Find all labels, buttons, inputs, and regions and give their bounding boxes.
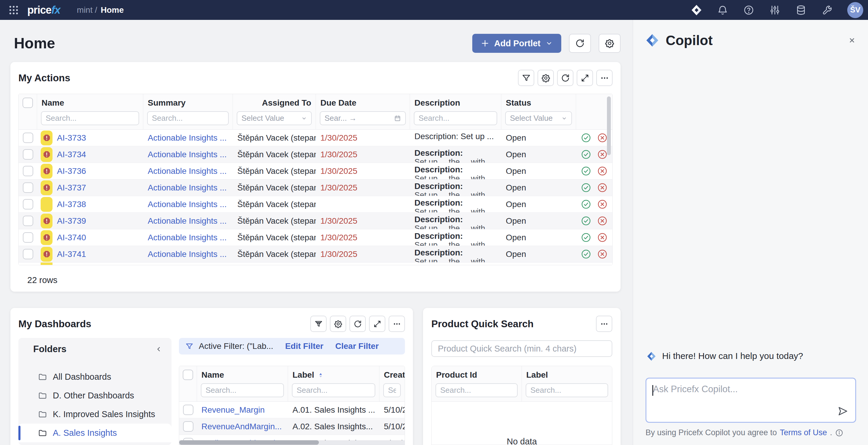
more-button[interactable] bbox=[389, 316, 405, 332]
label-filter-input[interactable] bbox=[292, 383, 375, 397]
apps-grid-icon[interactable] bbox=[8, 4, 20, 16]
table-row[interactable]: AI-3733 Actionable Insights ... Štěpán V… bbox=[19, 130, 612, 146]
action-summary-link[interactable]: Actionable Insights ... bbox=[148, 150, 227, 159]
horizontal-scrollbar[interactable] bbox=[179, 440, 405, 445]
action-summary-link[interactable]: Actionable Insights ... bbox=[148, 166, 227, 176]
reject-button[interactable] bbox=[597, 166, 608, 176]
refresh-dashboard-button[interactable] bbox=[569, 34, 591, 53]
reject-button[interactable] bbox=[597, 199, 608, 210]
row-checkbox[interactable] bbox=[23, 232, 33, 243]
breadcrumb-prefix[interactable]: mint / bbox=[77, 5, 97, 15]
settings-button[interactable] bbox=[330, 316, 346, 332]
refresh-button[interactable] bbox=[557, 70, 574, 86]
row-checkbox[interactable] bbox=[23, 166, 33, 176]
created-filter-input[interactable] bbox=[383, 383, 401, 397]
edit-filter-link[interactable]: Edit Filter bbox=[285, 342, 323, 351]
row-checkbox[interactable] bbox=[23, 216, 33, 226]
terms-of-use-link[interactable]: Terms of Use bbox=[780, 428, 827, 437]
close-icon[interactable] bbox=[848, 36, 856, 44]
help-icon[interactable] bbox=[743, 4, 755, 16]
status-filter-select[interactable]: Select Value bbox=[505, 111, 572, 125]
row-checkbox[interactable] bbox=[183, 421, 193, 432]
reject-button[interactable] bbox=[597, 149, 608, 160]
column-header-status[interactable]: Status bbox=[501, 97, 576, 111]
filter-button[interactable] bbox=[310, 316, 327, 332]
approve-button[interactable] bbox=[581, 149, 591, 160]
tools-icon[interactable] bbox=[821, 4, 833, 16]
table-row[interactable]: AI-3738 Actionable Insights ... Štěpán V… bbox=[19, 196, 612, 213]
reject-button[interactable] bbox=[597, 216, 608, 226]
column-header-label[interactable]: Label bbox=[288, 369, 379, 383]
row-checkbox[interactable] bbox=[23, 199, 33, 210]
approve-button[interactable] bbox=[581, 133, 591, 143]
data-manager-icon[interactable] bbox=[795, 4, 807, 16]
dashboard-name-link[interactable]: RevenueAndMargin... bbox=[202, 422, 282, 431]
select-all-checkbox[interactable] bbox=[23, 98, 33, 108]
folder-item[interactable]: K. Improved Sales Insights bbox=[19, 405, 172, 424]
refresh-button[interactable] bbox=[349, 316, 366, 332]
action-summary-link[interactable]: Actionable Insights ... bbox=[148, 183, 227, 193]
more-button[interactable] bbox=[596, 316, 612, 332]
info-icon[interactable] bbox=[835, 429, 843, 437]
more-button[interactable] bbox=[596, 70, 613, 86]
table-row[interactable]: AI-3734 Actionable Insights ... Štěpán V… bbox=[19, 146, 612, 163]
assigned-to-filter-select[interactable]: Select Value bbox=[237, 111, 312, 125]
reject-button[interactable] bbox=[597, 249, 608, 259]
table-row[interactable]: AI-3741 Actionable Insights ... Štěpán V… bbox=[19, 246, 612, 262]
row-checkbox[interactable] bbox=[23, 133, 33, 143]
action-id-link[interactable]: AI-3737 bbox=[57, 183, 86, 193]
column-header-due-date[interactable]: Due Date bbox=[316, 97, 410, 111]
reject-button[interactable] bbox=[597, 183, 608, 193]
dashboard-row[interactable]: Revenue_Margin A.01. Sales Insights ... … bbox=[179, 402, 405, 418]
action-id-link[interactable]: AI-3733 bbox=[57, 133, 86, 143]
action-summary-link[interactable]: Actionable Insights ... bbox=[148, 233, 227, 243]
pricefx-logo[interactable]: pricefx bbox=[27, 4, 60, 16]
dashboard-name-link[interactable]: Revenue_Margin bbox=[202, 405, 265, 415]
expand-button[interactable] bbox=[577, 70, 593, 86]
action-id-link[interactable]: AI-3738 bbox=[57, 200, 86, 209]
label-filter-input[interactable] bbox=[526, 383, 608, 397]
row-checkbox[interactable] bbox=[23, 149, 33, 160]
table-row[interactable]: AI-3739 Actionable Insights ... Štěpán V… bbox=[19, 213, 612, 229]
column-header-label[interactable]: Label bbox=[522, 369, 612, 383]
description-filter-input[interactable] bbox=[414, 111, 497, 125]
approve-button[interactable] bbox=[581, 232, 591, 243]
dashboard-settings-button[interactable] bbox=[599, 34, 621, 53]
column-header-summary[interactable]: Summary bbox=[143, 97, 232, 111]
approve-button[interactable] bbox=[581, 166, 591, 176]
send-button[interactable] bbox=[837, 405, 849, 417]
action-id-link[interactable]: AI-3736 bbox=[57, 166, 86, 176]
name-filter-input[interactable] bbox=[201, 383, 284, 397]
copilot-icon[interactable] bbox=[691, 4, 703, 16]
reject-button[interactable] bbox=[597, 232, 608, 243]
folder-item[interactable]: D. Other Dashboards bbox=[19, 386, 172, 405]
action-summary-link[interactable]: Actionable Insights ... bbox=[148, 250, 227, 259]
action-summary-link[interactable]: Actionable Insights ... bbox=[148, 216, 227, 226]
column-header-name[interactable]: Name bbox=[197, 369, 288, 383]
settings-button[interactable] bbox=[537, 70, 554, 86]
select-all-checkbox[interactable] bbox=[183, 370, 193, 380]
approve-button[interactable] bbox=[581, 249, 591, 259]
due-date-filter-input[interactable]: Sear... → bbox=[320, 111, 406, 125]
expand-button[interactable] bbox=[369, 316, 385, 332]
summary-filter-input[interactable] bbox=[147, 111, 229, 125]
product-quick-search-input[interactable] bbox=[431, 340, 612, 357]
action-id-link[interactable]: AI-3734 bbox=[57, 150, 86, 159]
clear-filter-link[interactable]: Clear Filter bbox=[335, 342, 378, 351]
action-summary-link[interactable]: Actionable Insights ... bbox=[148, 133, 227, 143]
avatar[interactable]: ŠV bbox=[847, 2, 863, 18]
action-id-link[interactable]: AI-3740 bbox=[57, 233, 86, 243]
approve-button[interactable] bbox=[581, 216, 591, 226]
action-summary-link[interactable]: Actionable Insights ... bbox=[148, 200, 227, 209]
scrollbar-thumb[interactable] bbox=[179, 440, 319, 445]
column-header-assigned-to[interactable]: Assigned To bbox=[233, 97, 316, 111]
filter-button[interactable] bbox=[518, 70, 534, 86]
table-row[interactable]: AI-3740 Actionable Insights ... Štěpán V… bbox=[19, 229, 612, 246]
approve-button[interactable] bbox=[581, 183, 591, 193]
row-checkbox[interactable] bbox=[23, 249, 33, 259]
vertical-scrollbar[interactable] bbox=[607, 96, 611, 155]
column-header-description[interactable]: Description bbox=[410, 97, 501, 111]
dashboard-row[interactable]: RevenueAndMargin... A.02. Sales Insights… bbox=[179, 418, 405, 435]
table-row[interactable]: AI-3737 Actionable Insights ... Štěpán V… bbox=[19, 180, 612, 196]
approve-button[interactable] bbox=[581, 199, 591, 210]
